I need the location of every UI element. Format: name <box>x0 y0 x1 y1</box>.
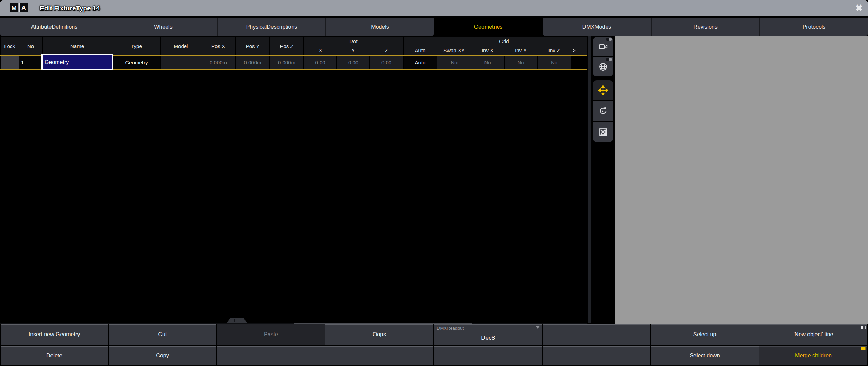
tab-bar: AttributeDefinitions Wheels PhysicalDesc… <box>0 16 868 36</box>
cell-rot-y[interactable]: 0.00 <box>337 56 369 69</box>
tab-revisions[interactable]: Revisions <box>651 18 759 36</box>
empty-cell <box>543 324 650 345</box>
col-group-grid[interactable]: Grid Swap XY Inv X Inv Y Inv Z <box>437 37 571 55</box>
geometry-3d-viewport[interactable] <box>615 36 868 324</box>
cell-auto[interactable]: Auto <box>404 56 437 69</box>
rotate-tool-button[interactable] <box>593 101 613 121</box>
globe-icon <box>598 62 608 72</box>
tab-physicaldescriptions[interactable]: PhysicalDescriptions <box>217 18 325 36</box>
scale-tool-button[interactable] <box>593 122 613 142</box>
auto-header-label: Auto <box>404 46 437 55</box>
overflow-chevron-icon: > <box>571 46 587 55</box>
insert-new-geometry-button[interactable]: Insert new Geometry <box>1 324 108 345</box>
col-header-rot-x[interactable]: X <box>304 46 337 55</box>
cell-inv-x[interactable]: No <box>471 56 504 69</box>
close-icon[interactable]: ✖ <box>850 0 868 16</box>
tab-models[interactable]: Models <box>325 18 434 36</box>
window-title: Edit FixtureType 14 <box>40 0 100 16</box>
col-header-rot-y[interactable]: Y <box>337 46 370 55</box>
col-header-inv-y[interactable]: Inv Y <box>505 46 537 55</box>
camera-button[interactable] <box>593 37 613 56</box>
col-header-auto[interactable]: Auto <box>404 37 437 55</box>
oops-button[interactable]: Oops <box>325 324 433 345</box>
name-edit-value: Geometry <box>43 59 69 65</box>
tab-wheels[interactable]: Wheels <box>109 18 217 36</box>
col-header-model[interactable]: Model <box>161 37 201 55</box>
cut-button[interactable]: Cut <box>109 324 216 345</box>
viewport-toolbar <box>591 36 615 324</box>
empty-cell <box>543 346 650 365</box>
copy-button[interactable]: Copy <box>109 346 216 365</box>
new-object-line-toggle[interactable]: 'New object' line <box>759 324 867 345</box>
cell-swap-xy[interactable]: No <box>437 56 471 69</box>
dmx-readout-label: DMXReadout <box>437 326 464 331</box>
cell-no[interactable]: 1 <box>19 56 42 69</box>
merge-children-toggle[interactable]: Merge children <box>759 346 867 365</box>
dmx-readout-dropdown[interactable]: DMXReadout Dec8 <box>434 324 542 345</box>
title-bar[interactable]: M A Edit FixtureType 14 ✖ <box>0 0 868 16</box>
empty-cell <box>217 346 433 365</box>
grid-group-label: Grid <box>437 37 571 46</box>
col-header-overflow: > <box>571 37 587 55</box>
select-up-button[interactable]: Select up <box>651 324 759 345</box>
move-icon <box>598 85 608 95</box>
globe-button[interactable] <box>593 57 613 76</box>
ma-logo-m: M <box>10 3 18 12</box>
col-header-inv-x[interactable]: Inv X <box>471 46 504 55</box>
delete-button[interactable]: Delete <box>1 346 108 365</box>
rotate-icon <box>598 106 608 116</box>
col-header-type[interactable]: Type <box>112 37 160 55</box>
empty-cell <box>434 346 542 365</box>
new-object-line-indicator-icon <box>861 326 866 329</box>
tab-attributedefinitions[interactable]: AttributeDefinitions <box>0 18 109 36</box>
paste-button: Paste <box>217 324 325 345</box>
cell-pos-x[interactable]: 0.000m <box>201 56 235 69</box>
select-down-button[interactable]: Select down <box>651 346 759 365</box>
vertical-scrollbar[interactable] <box>588 36 591 323</box>
col-header-rot-z[interactable]: Z <box>370 46 403 55</box>
ma-logo: M A <box>10 3 28 12</box>
col-header-no[interactable]: No <box>19 37 42 55</box>
cell-model[interactable] <box>161 56 201 69</box>
dmx-readout-value: Dec8 <box>434 335 542 341</box>
scale-icon <box>598 127 608 137</box>
globe-mini-toggle[interactable] <box>606 58 612 61</box>
rot-group-label: Rot <box>304 37 403 46</box>
close-separator <box>849 0 849 16</box>
col-group-rot[interactable]: Rot X Y Z <box>304 37 403 55</box>
name-edit-input[interactable]: Geometry <box>41 54 113 70</box>
ma-logo-a: A <box>19 3 28 12</box>
cell-lock[interactable] <box>1 56 19 69</box>
tab-dmxmodes[interactable]: DMXModes <box>543 18 651 36</box>
cell-type[interactable]: Geometry <box>112 56 160 69</box>
cell-rot-z[interactable]: 0.00 <box>370 56 403 69</box>
cell-inv-y[interactable]: No <box>505 56 537 69</box>
col-header-pos-z[interactable]: Pos Z <box>270 37 303 55</box>
col-header-inv-z[interactable]: Inv Z <box>538 46 571 55</box>
col-header-name[interactable]: Name <box>43 37 112 55</box>
cell-rot-x[interactable]: 0.00 <box>304 56 336 69</box>
merge-children-indicator-icon <box>861 347 866 350</box>
tab-geometries[interactable]: Geometries <box>434 18 543 36</box>
edit-fixturetype-window: M A Edit FixtureType 14 ✖ AttributeDefin… <box>0 0 868 366</box>
dropdown-arrow-icon <box>535 326 540 329</box>
new-object-line-label: 'New object' line <box>794 331 833 338</box>
col-header-pos-y[interactable]: Pos Y <box>236 37 269 55</box>
move-tool-button[interactable] <box>593 80 613 100</box>
cell-pos-y[interactable]: 0.000m <box>236 56 269 69</box>
geometries-table: Lock No Name Type Model Pos X Pos Y Pos … <box>0 36 587 323</box>
col-header-pos-x[interactable]: Pos X <box>201 37 235 55</box>
camera-mini-toggle[interactable] <box>606 38 612 41</box>
bottom-button-bar: Insert new Geometry Cut Paste Oops DMXRe… <box>0 324 868 366</box>
col-header-lock[interactable]: Lock <box>1 37 19 55</box>
col-header-swap-xy[interactable]: Swap XY <box>437 46 471 55</box>
merge-children-label: Merge children <box>795 353 832 359</box>
camera-icon <box>598 42 608 52</box>
cell-pos-z[interactable]: 0.000m <box>270 56 303 69</box>
tab-protocols[interactable]: Protocols <box>759 18 868 36</box>
cell-inv-z[interactable]: No <box>538 56 571 69</box>
